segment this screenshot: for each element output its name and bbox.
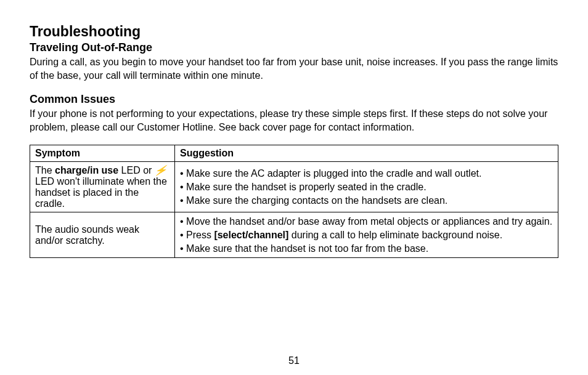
page-number: 51: [0, 355, 588, 366]
list-item: Press [select/channel] during a call to …: [180, 228, 553, 242]
suggestion-list: Make sure the AC adapter is plugged into…: [180, 167, 553, 207]
suggestion-text-post: during a call to help eliminate backgrou…: [288, 230, 502, 240]
page-title: Troubleshooting: [30, 23, 558, 40]
header-suggestion: Suggestion: [175, 145, 558, 162]
suggestion-text: Make sure the charging contacts on the h…: [186, 195, 447, 206]
symptom-text-post: LED won't illuminate when the handset is…: [35, 176, 167, 209]
suggestion-cell: Make sure the AC adapter is plugged into…: [175, 162, 558, 212]
symptom-cell: The charge/in use LED or ⚡ LED won't ill…: [30, 162, 175, 212]
table-row: The charge/in use LED or ⚡ LED won't ill…: [30, 162, 558, 212]
troubleshooting-table: Symptom Suggestion The charge/in use LED…: [30, 145, 558, 258]
section-heading-common: Common Issues: [30, 93, 558, 106]
charge-bolt-icon: ⚡: [153, 164, 168, 176]
section-body-range: During a call, as you begin to move your…: [30, 55, 558, 82]
list-item: Make sure the charging contacts on the h…: [180, 194, 553, 208]
suggestion-cell: Move the handset and/or base away from m…: [175, 212, 558, 258]
symptom-text-pre: The audio sounds weak and/or scratchy.: [35, 224, 139, 246]
section-heading-range: Traveling Out-of-Range: [30, 41, 558, 54]
suggestion-text: Make sure the AC adapter is plugged into…: [186, 168, 481, 179]
suggestion-text-bold: [select/channel]: [214, 230, 288, 240]
suggestion-text: Make sure that the handset is not too fa…: [186, 243, 428, 254]
suggestion-list: Move the handset and/or base away from m…: [180, 215, 553, 255]
table-header-row: Symptom Suggestion: [30, 145, 558, 162]
document-page: Troubleshooting Traveling Out-of-Range D…: [0, 0, 588, 375]
suggestion-text: Press: [186, 230, 214, 240]
list-item: Move the handset and/or base away from m…: [180, 215, 553, 228]
list-item: Make sure that the handset is not too fa…: [180, 242, 553, 256]
table-row: The audio sounds weak and/or scratchy. M…: [30, 212, 558, 258]
symptom-text-pre: The: [35, 165, 55, 175]
symptom-cell: The audio sounds weak and/or scratchy.: [30, 212, 175, 258]
symptom-text-bold: charge/in use: [55, 165, 118, 175]
list-item: Make sure the handset is properly seated…: [180, 180, 553, 194]
list-item: Make sure the AC adapter is plugged into…: [180, 167, 553, 180]
header-symptom: Symptom: [30, 145, 175, 162]
section-body-common: If your phone is not performing to your …: [30, 107, 558, 134]
symptom-text-mid: LED or: [118, 165, 155, 175]
suggestion-text: Make sure the handset is properly seated…: [186, 182, 427, 192]
suggestion-text: Move the handset and/or base away from m…: [186, 216, 552, 227]
